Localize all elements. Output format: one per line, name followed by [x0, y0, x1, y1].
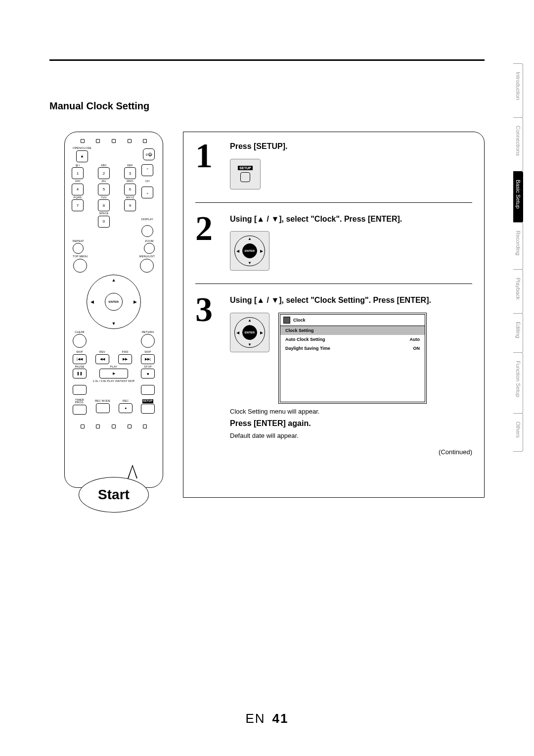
skip-fwd-label: SKIP [144, 351, 151, 354]
display-button [141, 225, 153, 237]
rec-label: REC [123, 400, 129, 403]
skip-fwd-button: ▶▶| [141, 354, 155, 364]
tab-editing[interactable]: Editing [513, 313, 523, 353]
dpad-down-icon: ▼ [112, 321, 116, 326]
zoom-button [144, 243, 155, 254]
tab-function-setup[interactable]: Function Setup [513, 352, 523, 414]
key-6-label: MNO [127, 180, 133, 183]
speed-play-button [73, 385, 87, 395]
key-3: 3 [124, 167, 136, 179]
step-3: 3 Using [▲ / ▼], select "Clock Setting".… [195, 284, 472, 456]
page-lang: EN [245, 711, 265, 726]
key-1: 1 [72, 167, 84, 179]
key-9: 9 [124, 199, 136, 211]
stop-label: STOP [144, 366, 152, 369]
key-4-label: GHI [75, 180, 80, 183]
speed-line-label: 1.3x / 0.8x PLAY INSTANT SKIP [70, 380, 158, 383]
step-3-number: 3 [195, 295, 221, 456]
osd-item-dst: Daylight Saving Time ON [280, 344, 425, 353]
dpad: ENTER ▲ ▼ ◀ ▶ [87, 275, 141, 329]
remote-bottom-dots [75, 425, 153, 428]
dpad-enter: ENTER [105, 293, 123, 311]
start-callout-label: Start [98, 487, 130, 503]
eject-button: ▲ [76, 150, 88, 162]
setup-button [141, 404, 155, 414]
step-1: 1 Press [SETUP]. SETUP [195, 141, 472, 189]
setup-key-icon [240, 172, 250, 182]
dpad-enter-label-2: ENTER [242, 325, 257, 340]
mini-left-arrow-icon-2: ◀ [236, 330, 239, 334]
tab-connections[interactable]: Connections [513, 117, 523, 172]
key-0-label: SPACE [99, 212, 108, 215]
step-2: 2 Using [▲ / ▼], select "Clock". Press [… [195, 202, 472, 271]
step-3-bold: Press [ENTER] again. [230, 419, 472, 428]
tab-basic-setup-label: Basic Setup [515, 180, 521, 209]
top-menu-label: TOP MENU [73, 255, 88, 258]
osd-title-text: Clock [293, 318, 306, 323]
ch-down-button: ⌄ [141, 187, 153, 198]
clear-label: CLEAR [75, 331, 84, 334]
setup-key-label: SETUP [238, 166, 252, 170]
tab-recording-label: Recording [515, 231, 521, 255]
osd-screenshot: Clock Clock Setting Auto Clock Setting A… [278, 313, 427, 404]
play-label: PLAY [110, 366, 117, 369]
stop-button: ■ [141, 369, 155, 378]
key-4: 4 [72, 184, 84, 195]
osd-title-bar: Clock [280, 315, 425, 326]
zoom-label: ZOOM [145, 240, 153, 243]
rec-mode-label: REC MODE [95, 400, 110, 403]
mini-right-arrow-icon: ▶ [260, 249, 263, 253]
remote-top-dots [75, 139, 153, 143]
tab-others[interactable]: Others [513, 413, 523, 452]
tab-playback[interactable]: Playback [513, 269, 523, 314]
menu-list-button [140, 259, 154, 273]
rev-label: REV [99, 351, 105, 354]
key-8-label: TUV [101, 196, 107, 199]
key-8: 8 [98, 199, 110, 211]
step-3-title-post: ], select "Clock Setting". Press [ENTER]… [279, 296, 431, 304]
osd-item-1-value: Auto [410, 337, 420, 342]
key-1-label: @:/ [75, 164, 80, 167]
osd-item-2-label: Daylight Saving Time [285, 346, 330, 351]
tab-introduction-label: Introduction [515, 72, 521, 100]
dpad-left-icon: ◀ [90, 299, 94, 304]
section-title: Manual Clock Setting [49, 100, 485, 112]
fwd-label: FWD [122, 351, 128, 354]
mini-up-arrow-icon-2: ▲ [248, 318, 252, 323]
tab-introduction[interactable]: Introduction [513, 63, 523, 118]
tab-others-label: Others [515, 422, 521, 438]
dpad-enter-label: ENTER [242, 243, 257, 258]
tab-basic-setup[interactable]: Basic Setup [513, 171, 523, 223]
mini-up-arrow-icon: ▲ [248, 236, 252, 241]
osd-item-0-label: Clock Setting [285, 328, 314, 333]
down-arrow-icon: ▼ [271, 215, 279, 223]
open-close-label: OPEN/CLOSE [73, 147, 91, 150]
tab-playback-label: Playback [515, 278, 521, 300]
skip-back-button: |◀◀ [73, 354, 87, 364]
mini-down-arrow-icon-2: ▼ [248, 342, 252, 347]
step-1-title: Press [SETUP]. [230, 141, 472, 152]
key-3-label: DEF [127, 164, 133, 167]
setup-key-illustration: SETUP [230, 159, 261, 189]
rec-button: ● [119, 403, 133, 413]
tab-function-setup-label: Function Setup [515, 361, 521, 397]
mini-right-arrow-icon-2: ▶ [260, 330, 263, 334]
tab-recording[interactable]: Recording [513, 222, 523, 270]
key-7: 7 [72, 199, 84, 211]
rev-button: ◀◀ [95, 354, 109, 364]
step-3-note-1: Clock Setting menu will appear. [230, 408, 472, 415]
dpad-up-icon: ▲ [112, 278, 116, 283]
step-2-title-pre: Using [ [230, 215, 257, 223]
timer-prog-label: TIMER PROG. [75, 399, 85, 404]
step-3-title: Using [▲ / ▼], select "Clock Setting". P… [230, 295, 472, 306]
start-callout: Start [79, 477, 149, 513]
remote-control-illustration: OPEN/CLOSE ▲ I/⏻ @:/1 ABC2 DEF3 G [64, 132, 163, 488]
pause-label: PAUSE [75, 366, 84, 369]
top-menu-button [73, 259, 87, 273]
key-0: 0 [98, 216, 110, 228]
continued-label: (Continued) [230, 448, 472, 456]
clock-icon [283, 317, 290, 324]
pause-button: ❚❚ [73, 369, 87, 378]
page-no: 41 [272, 711, 289, 726]
dpad-right-icon: ▶ [134, 299, 137, 304]
